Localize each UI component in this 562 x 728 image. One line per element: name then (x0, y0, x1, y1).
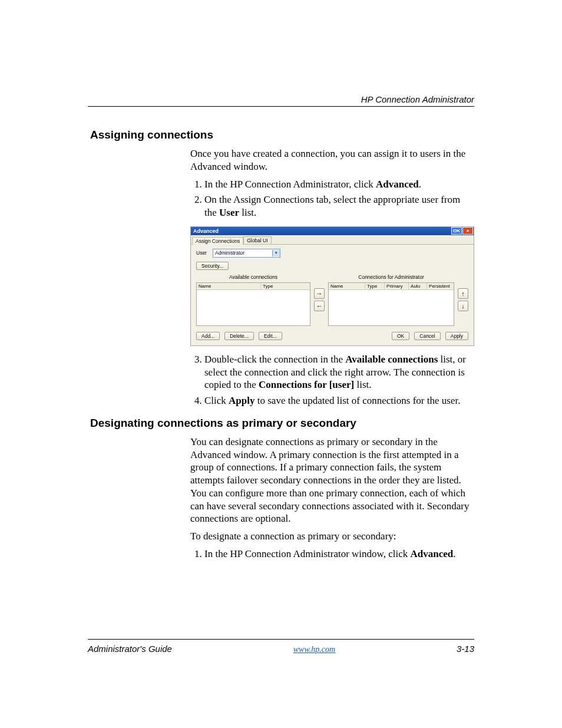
designating-paragraph: You can designate connections as primary… (190, 436, 474, 525)
footer-link[interactable]: www.hp.com (293, 645, 335, 654)
titlebar-ok-button[interactable]: OK (451, 227, 462, 235)
user-dropdown[interactable]: Administrator ▾ (213, 249, 280, 258)
col2-name[interactable]: Name (329, 283, 365, 289)
move-up-button[interactable]: ↑ (458, 288, 468, 299)
heading-assigning: Assigning connections (90, 129, 474, 141)
heading-designating: Designating connections as primary or se… (90, 417, 474, 430)
tab-global-ui[interactable]: Global UI (243, 236, 271, 244)
page-number: 3-13 (457, 644, 474, 654)
footer-rule (88, 639, 474, 640)
col-type[interactable]: Type (261, 283, 310, 289)
header-rule (88, 106, 474, 107)
col2-type[interactable]: Type (365, 283, 385, 289)
step-2: On the Assign Connections tab, select th… (204, 193, 474, 219)
step-3: Double-click the connection in the Avail… (204, 353, 474, 391)
user-dropdown-value: Administrator (215, 250, 244, 256)
move-right-button[interactable]: → (314, 288, 325, 299)
advanced-dialog: Advanced OK × Assign Connections Global … (190, 226, 474, 346)
footer-left: Administrator's Guide (88, 644, 172, 654)
titlebar-close-button[interactable]: × (462, 227, 473, 235)
dialog-titlebar: Advanced OK × (191, 227, 474, 235)
col2-primary[interactable]: Primary (385, 283, 409, 289)
col2-auto[interactable]: Auto (409, 283, 427, 289)
intro-paragraph: Once you have created a connection, you … (190, 147, 474, 173)
security-button[interactable]: Security... (196, 262, 229, 270)
add-button[interactable]: Add... (196, 332, 220, 340)
designating-lead: To designate a connection as primary or … (190, 530, 474, 543)
col2-persistent[interactable]: Persistent (427, 283, 454, 289)
arrow-down-icon: ↓ (461, 302, 465, 309)
apply-button[interactable]: Apply (445, 332, 468, 340)
available-title: Available connections (196, 274, 310, 280)
dialog-title: Advanced (193, 228, 219, 234)
arrow-left-icon: ← (316, 302, 323, 309)
running-header: HP Connection Administrator (361, 94, 474, 104)
step-1: In the HP Connection Administrator, clic… (204, 178, 474, 191)
edit-button[interactable]: Edit... (259, 332, 282, 340)
user-label: User (196, 250, 209, 256)
step-4: Click Apply to save the updated list of … (204, 394, 474, 407)
designating-step-1: In the HP Connection Administrator windo… (204, 548, 474, 561)
arrow-up-icon: ↑ (461, 290, 465, 297)
available-listbox[interactable]: Name Type (196, 282, 310, 326)
tab-assign-connections[interactable]: Assign Connections (192, 237, 243, 245)
delete-button[interactable]: Delete... (224, 332, 254, 340)
ok-button[interactable]: OK (392, 332, 409, 340)
arrow-right-icon: → (316, 290, 323, 297)
cancel-button[interactable]: Cancel (414, 332, 440, 340)
connections-for-title: Connections for Administrator (328, 274, 454, 280)
chevron-down-icon: ▾ (272, 250, 280, 256)
col-name[interactable]: Name (197, 283, 261, 289)
connections-for-listbox[interactable]: Name Type Primary Auto Persistent (328, 282, 454, 326)
move-left-button[interactable]: ← (314, 301, 325, 311)
move-down-button[interactable]: ↓ (458, 301, 468, 311)
